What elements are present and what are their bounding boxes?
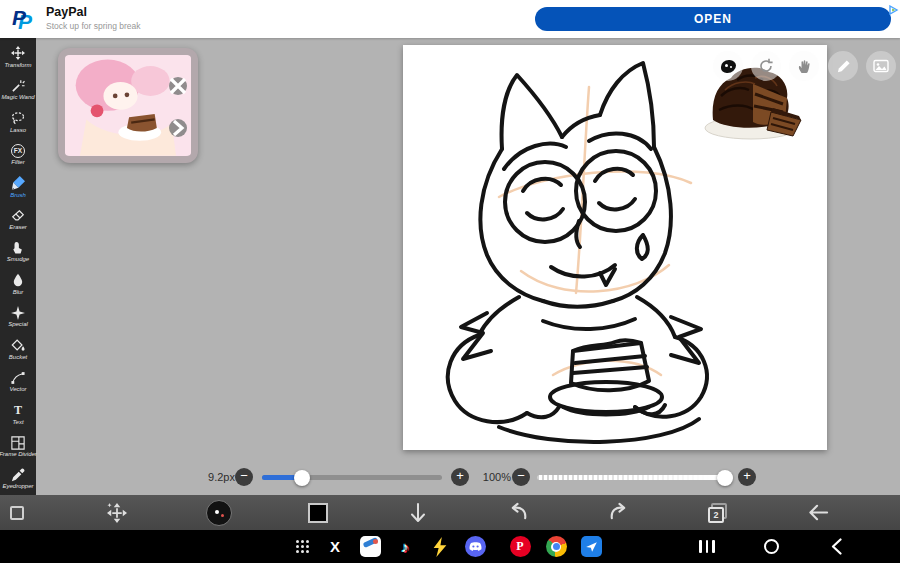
app-icon-x[interactable]: X [324,530,346,563]
app-icon-blue[interactable] [580,530,602,563]
rotate-icon [758,58,774,74]
tool-label: Filter [11,159,24,165]
brush-size-slider[interactable] [262,475,442,480]
frame-divider-icon [11,436,25,450]
collapse-panel-button[interactable] [406,495,430,530]
layers-icon: 2 [708,503,728,523]
app-icon-chrome[interactable] [545,530,567,563]
tool-label: Frame Divider [0,451,37,457]
x-logo-icon: X [330,538,340,555]
chrome-icon [546,536,567,557]
tool-label: Bucket [9,354,27,360]
home-circle-icon [764,539,779,554]
tool-filter[interactable]: FX Filter [0,138,36,170]
brush-size-value: 9.2px [195,471,235,483]
tool-label: Eyedropper [2,483,33,489]
brush-controls: 9.2px − + 100% − + [0,464,900,492]
image-icon [873,58,889,74]
recents-icon [699,540,715,553]
tool-eraser[interactable]: Eraser [0,203,36,235]
tool-blur[interactable]: Blur [0,268,36,300]
tool-brush[interactable]: Brush [0,171,36,203]
vector-icon [11,371,25,385]
tool-label: Magic Wand [1,94,34,100]
layers-button[interactable]: 2 [705,495,731,530]
discord-icon [465,536,486,557]
tool-text[interactable]: T Text [0,398,36,430]
brush-size-increase-button[interactable]: + [451,468,469,486]
special-sparkle-icon [11,306,25,320]
ad-brand-title: PayPal [46,5,87,19]
reference-close-button[interactable] [169,77,187,95]
arrow-left-icon [808,502,829,523]
opacity-value: 100% [478,471,511,483]
tool-vector[interactable]: Vector [0,365,36,397]
ibispaint-app: P P PayPal Stock up for spring break OPE… [0,0,900,563]
chevron-left-icon [831,538,842,555]
reference-artwork [65,55,191,156]
apps-grid-icon [296,540,309,553]
redo-button[interactable] [606,495,630,530]
tool-lasso[interactable]: Lasso [0,106,36,138]
app-drawer-button[interactable] [291,530,313,563]
undo-button[interactable] [506,495,530,530]
opacity-decrease-button[interactable]: − [512,468,530,486]
app-icon-pinterest[interactable]: P [509,530,531,563]
back-button[interactable] [806,495,830,530]
rotate-view-button[interactable] [751,51,781,81]
blue-app-icon [581,536,602,557]
redo-icon [608,502,629,523]
brush-shape-icon [721,60,736,73]
recents-button[interactable] [696,530,718,563]
hand-icon [797,59,812,74]
android-back-button[interactable] [825,530,847,563]
tool-smudge[interactable]: Smudge [0,236,36,268]
tool-label: Smudge [7,256,29,262]
reference-next-button[interactable] [169,119,187,137]
current-brush-color-button[interactable] [205,495,233,530]
tool-label: Eraser [9,224,27,230]
tool-eyedropper[interactable]: Eyedropper [0,462,36,494]
reference-image-button[interactable] [866,51,896,81]
tool-label: Brush [10,192,26,198]
home-button[interactable] [760,530,782,563]
app-icon-lightning[interactable] [429,530,451,563]
opacity-increase-button[interactable]: + [738,468,756,486]
opacity-knob[interactable] [717,470,733,486]
brush-size-knob[interactable] [294,470,310,486]
app-icon-discord[interactable] [464,530,486,563]
tiktok-note-icon: ♪ [401,538,409,555]
brush-size-decrease-button[interactable]: − [235,468,253,486]
color-swatch-button[interactable] [307,495,329,530]
tool-frame-divider[interactable]: Frame Divider [0,430,36,462]
tool-bucket[interactable]: Bucket [0,333,36,365]
chevron-right-icon [169,119,187,137]
app-icon-ibispaint[interactable] [359,530,381,563]
tool-magic-wand[interactable]: Magic Wand [0,73,36,105]
hand-pan-button[interactable] [789,51,819,81]
opacity-slider[interactable] [537,475,733,480]
bucket-icon [11,338,25,352]
fullscreen-icon [10,506,24,520]
paypal-logo-front-p: P [12,6,26,30]
fullscreen-toggle-button[interactable] [7,495,27,530]
reference-image-panel[interactable] [58,48,198,163]
magic-wand-icon [11,79,25,93]
text-tool-icon: T [14,403,22,417]
transform-icon [11,46,25,60]
edit-pencil-button[interactable] [828,51,858,81]
ad-open-button[interactable]: OPEN [535,7,891,31]
brush-preview-button[interactable] [713,51,743,81]
layer-count-badge: 2 [708,507,724,523]
tool-transform[interactable]: Transform [0,41,36,73]
arrow-down-icon [409,503,427,523]
tool-label: Blur [13,289,24,295]
ad-banner[interactable]: P P PayPal Stock up for spring break OPE… [0,0,900,38]
move-transform-button[interactable] [105,495,129,530]
app-icon-tiktok[interactable]: ♪ [394,530,416,563]
paypal-logo-icon: P P [9,4,39,34]
eyedropper-icon [11,468,25,482]
tool-special[interactable]: Special [0,300,36,332]
adchoices-icon[interactable] [889,1,899,11]
tool-sidebar: Transform Magic Wand Lasso FX Filter Bru… [0,38,36,495]
